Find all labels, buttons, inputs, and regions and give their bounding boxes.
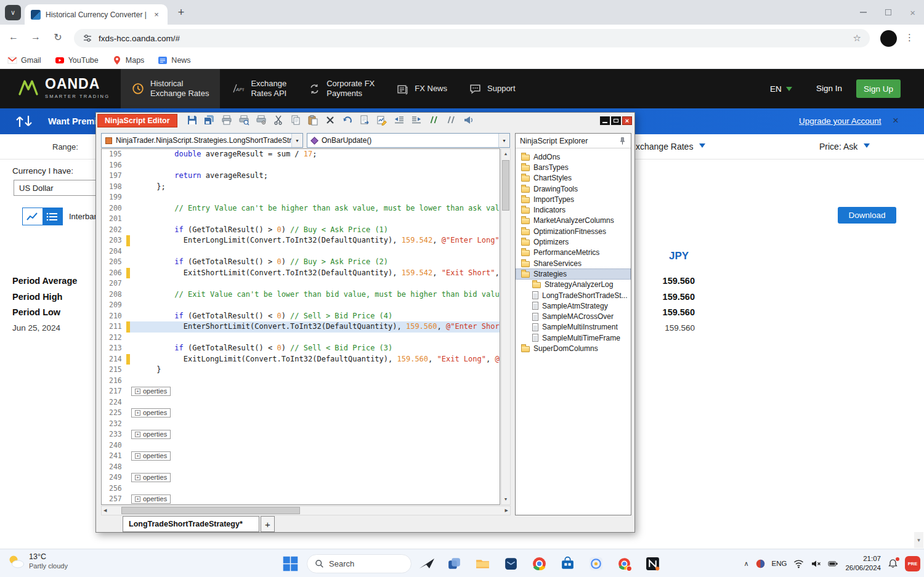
paste-icon[interactable] [307, 115, 318, 126]
upgrade-account-link[interactable]: Upgrade your Account [799, 116, 881, 126]
tray-chevron-up-icon[interactable]: ∧ [744, 560, 748, 568]
language-selector[interactable]: EN [770, 83, 792, 94]
tab-close-icon[interactable]: × [152, 10, 161, 20]
explorer-item-optimizationfitnesses[interactable]: OptimizationFitnesses [516, 226, 631, 236]
code-line-206[interactable]: 206 ExitShortLimit(Convert.ToInt32(Defau… [102, 268, 500, 279]
ninjatrader-icon[interactable] [641, 552, 664, 575]
explorer-item-samplemultitimeframe[interactable]: SampleMultiTimeFrame [516, 333, 631, 343]
collapsed-region[interactable]: +operties [131, 430, 171, 439]
tab-search-button[interactable]: ∨ [5, 5, 21, 20]
scroll-left-icon[interactable]: ◀ [103, 506, 107, 515]
code-line-199[interactable]: 199 [102, 192, 500, 203]
explorer-item-strategyanalyzerlog[interactable]: StrategyAnalyzerLog [516, 280, 631, 290]
explorer-item-barstypes[interactable]: BarsTypes [516, 162, 631, 172]
comment-icon[interactable] [428, 115, 439, 126]
editor-window-title[interactable]: NinjaScript Editor [97, 114, 177, 127]
window-close-button[interactable]: × [910, 8, 915, 17]
nav-tab-historical-exchange-rates[interactable]: HistoricalExchange Rates [121, 69, 220, 108]
bookmark-gmail[interactable]: Gmail [7, 55, 41, 65]
explorer-item-indicators[interactable]: Indicators [516, 204, 631, 215]
collapsed-region[interactable]: +operties [131, 387, 171, 396]
mail-icon[interactable] [499, 552, 522, 575]
code-editor[interactable]: 195 double averageResult = sum / 17;1961… [101, 148, 500, 505]
explorer-item-samplemultiinstrument[interactable]: SampleMultiInstrument [516, 322, 631, 333]
bookmark-youtube[interactable]: YouTube [55, 55, 99, 65]
browser-profile-icon[interactable] [612, 552, 636, 575]
explorer-item-addons[interactable]: AddOns [516, 151, 631, 162]
page-scrollbar-down[interactable]: ▼ [914, 532, 923, 548]
export-chart-icon[interactable] [376, 115, 387, 126]
code-line-216[interactable]: 216 [102, 376, 500, 387]
editor-vertical-scrollbar[interactable]: ▲ ▼ [501, 148, 511, 505]
clock-widget[interactable]: 21:07 26/06/2024 [845, 554, 881, 573]
code-line-214[interactable]: 214 ExitLongLimit(Convert.ToInt32(Defaul… [102, 354, 500, 365]
print-icon[interactable] [221, 115, 232, 126]
browser-menu-icon[interactable]: ⋮ [905, 32, 914, 43]
notifications-button[interactable] [888, 559, 898, 568]
scroll-right-icon[interactable]: ▶ [505, 506, 508, 515]
delete-icon[interactable] [325, 115, 336, 126]
exchange-rates-header[interactable]: xchange Rates [636, 142, 705, 151]
method-selector-dropdown[interactable]: OnBarUpdate() ▼ [307, 133, 510, 148]
weather-widget[interactable]: 13°C Partly cloudy [6, 552, 68, 570]
new-tab-button[interactable]: + [174, 5, 188, 20]
code-line-241[interactable]: 241+operties [102, 451, 500, 462]
scroll-up-icon[interactable]: ▲ [501, 150, 510, 158]
chevron-down-icon[interactable]: ▼ [291, 134, 302, 147]
task-view-icon[interactable] [442, 552, 466, 575]
chevron-down-icon[interactable]: ▼ [498, 134, 509, 147]
battery-icon[interactable] [828, 559, 838, 568]
code-line-195[interactable]: 195 double averageResult = sum / 17; [102, 149, 500, 160]
compile-icon[interactable] [463, 115, 474, 126]
code-line-208[interactable]: 208 // Exit Value can't be lower than bi… [102, 289, 500, 301]
forward-button[interactable]: → [28, 31, 43, 42]
page-setup-icon[interactable] [256, 115, 267, 126]
code-line-196[interactable]: 196 [102, 160, 500, 171]
editor-horizontal-scrollbar[interactable]: ◀ ▶ [101, 506, 511, 515]
explorer-item-sampleatmstrategy[interactable]: SampleAtmStrategy [516, 301, 631, 311]
code-line-201[interactable]: 201 [102, 214, 500, 225]
code-line-249[interactable]: 249+operties [102, 472, 500, 483]
editor-minimize-button[interactable] [600, 116, 610, 125]
editor-maximize-button[interactable] [611, 116, 621, 125]
nav-tab-exchange-rates-api[interactable]: API ExchangeRates API [220, 69, 298, 108]
ninjascript-editor-window[interactable]: NinjaScript Editor × [95, 112, 635, 533]
horizontal-scroll-thumb[interactable] [121, 507, 300, 514]
code-line-215[interactable]: 215 } [102, 365, 500, 376]
browser-tab[interactable]: Historical Currency Converter | × [25, 4, 168, 25]
code-line-224[interactable]: 224 [102, 397, 500, 408]
print-preview-icon[interactable] [238, 115, 249, 126]
code-line-202[interactable]: 202 if (GetTotalResult() > 0) // Buy < A… [102, 225, 500, 236]
expand-icon[interactable]: + [135, 389, 140, 394]
code-line-205[interactable]: 205 if (GetTotalResult() > 0) // Buy > A… [102, 257, 500, 268]
code-line-212[interactable]: 212 [102, 333, 500, 344]
expand-icon[interactable]: + [135, 453, 140, 459]
price-ask-header[interactable]: Price: Ask [819, 142, 870, 151]
download-button[interactable]: Download [838, 207, 896, 224]
language-indicator[interactable]: ENG [772, 560, 787, 567]
address-bar[interactable]: fxds-hcc.oanda.com/# ☆ [74, 29, 870, 47]
code-line-248[interactable]: 248 [102, 462, 500, 473]
nav-tab-corporate-fx-payments[interactable]: Corporate FXPayments [298, 69, 386, 108]
collapsed-region[interactable]: +operties [131, 494, 171, 504]
code-line-225[interactable]: 225+operties [102, 408, 500, 419]
code-line-200[interactable]: 200 // Entry Value can't be higher than … [102, 203, 500, 214]
code-line-203[interactable]: 203 EnterLongLimit(Convert.ToInt32(Defau… [102, 235, 500, 246]
explorer-item-chartstyles[interactable]: ChartStyles [516, 173, 631, 184]
tray-app-icon[interactable] [756, 559, 765, 568]
profile-avatar[interactable] [880, 30, 897, 47]
code-line-207[interactable]: 207 [102, 278, 500, 289]
explorer-item-optimizers[interactable]: Optimizers [516, 236, 631, 247]
oanda-logo[interactable]: OANDA SMARTER TRADING [17, 77, 110, 99]
explorer-item-strategies[interactable]: Strategies [516, 268, 631, 279]
chart-view-button[interactable] [23, 208, 43, 225]
code-line-240[interactable]: 240 [102, 440, 500, 451]
class-selector-dropdown[interactable]: NinjaTrader.NinjaScript.Strategies.LongS… [101, 133, 303, 148]
collapsed-region[interactable]: +operties [131, 408, 171, 418]
explorer-item-drawingtools[interactable]: DrawingTools [516, 184, 631, 194]
explorer-item-shareservices[interactable]: ShareServices [516, 258, 631, 268]
cut-icon[interactable] [273, 115, 284, 126]
photos-icon[interactable] [584, 552, 607, 575]
bookmark-star-icon[interactable]: ☆ [853, 33, 861, 44]
code-line-210[interactable]: 210 if (GetTotalResult() < 0) // Sell > … [102, 311, 500, 322]
